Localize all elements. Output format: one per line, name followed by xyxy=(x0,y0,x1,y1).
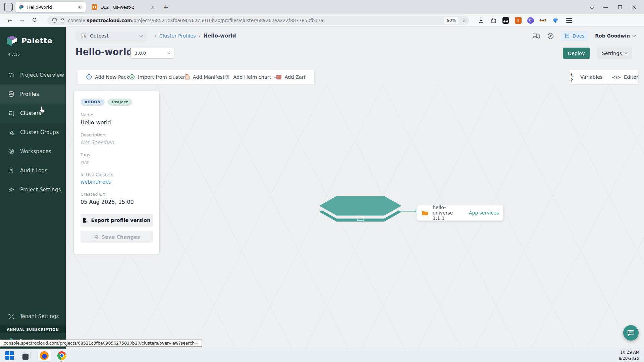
sidebar-item-audit-logs[interactable]: Audit Logs xyxy=(0,161,66,180)
settings-button[interactable]: Settings xyxy=(597,48,632,59)
taskbar-firefox-button[interactable] xyxy=(38,350,51,361)
export-profile-version-button[interactable]: Export profile version xyxy=(80,214,153,227)
sidebar: Palette 4.7.15 Project Overview Profiles… xyxy=(0,27,66,349)
window-close-button[interactable]: × xyxy=(632,4,637,10)
tab-close-icon[interactable]: × xyxy=(149,4,156,10)
sidebar-item-profiles[interactable]: Profiles xyxy=(0,84,66,104)
task-view-button[interactable] xyxy=(22,352,31,360)
tab-title: EC2 | us-west-2 xyxy=(100,5,149,10)
screen: Hello-world × EC2 | us-west-2 × + — × ← … xyxy=(0,0,644,362)
folder-icon xyxy=(357,215,364,221)
palette-favicon-icon xyxy=(19,4,24,10)
import-from-cluster-button[interactable]: Import from cluster xyxy=(129,74,185,80)
tab-ec2[interactable]: EC2 | us-west-2 × xyxy=(89,2,159,12)
profile-info-card: ADDON Project Name Hello-world Descripti… xyxy=(74,91,159,254)
chat-bubble-icon xyxy=(627,329,635,336)
user-name: Rob Goodwin xyxy=(595,33,630,39)
extensions-puzzle-icon[interactable] xyxy=(490,17,497,24)
description-label: Description xyxy=(80,132,153,137)
shield-icon[interactable] xyxy=(52,18,57,23)
audit-logs-icon xyxy=(8,167,14,174)
url-bar[interactable]: console.spectrocloud.com/projects/68521c… xyxy=(47,16,469,25)
url-text: console.spectrocloud.com/projects/68521c… xyxy=(68,18,444,23)
version-dropdown[interactable]: 1.0.0 xyxy=(130,48,174,59)
taskbar-clock[interactable]: 10:29 AM 8/28/2025 xyxy=(619,350,639,361)
in-use-cluster-link[interactable]: webinar-eks xyxy=(80,179,153,185)
cluster-groups-icon xyxy=(8,129,14,135)
clock-date: 8/28/2025 xyxy=(619,356,639,361)
hexagon-top xyxy=(319,196,401,216)
back-button[interactable]: ← xyxy=(7,17,12,24)
helm-wheel-icon xyxy=(224,74,230,80)
main-content: Outpost / Cluster Profiles / Hello-world… xyxy=(66,27,644,349)
pack-card[interactable]: hello-universe 1.1.1 App services xyxy=(417,205,503,221)
pack-hexagon-node[interactable] xyxy=(319,196,401,227)
sidebar-item-clusters[interactable]: Clusters xyxy=(0,104,66,123)
add-zarf-button[interactable]: Add Zarf xyxy=(276,74,306,80)
palette-brand: Palette xyxy=(0,27,66,47)
save-changes-button[interactable]: Save Changes xyxy=(80,231,153,243)
window-maximize-button[interactable] xyxy=(618,5,622,9)
new-tab-button[interactable]: + xyxy=(163,3,169,11)
subscription-band: ANNUAL SUBSCRIPTION xyxy=(0,325,66,333)
browser-tab-bar: Hello-world × EC2 | us-west-2 × + — × xyxy=(0,0,644,14)
description-value: Not Specified xyxy=(80,139,153,145)
deploy-button[interactable]: Deploy xyxy=(563,48,590,59)
browser-menu-icon[interactable] xyxy=(566,18,572,23)
taskbar-chrome-button[interactable] xyxy=(57,351,66,360)
bookmark-star-icon[interactable]: ☆ xyxy=(462,17,466,23)
extension-gem-icon[interactable] xyxy=(553,18,558,23)
breadcrumb-cluster-profiles[interactable]: Cluster Profiles xyxy=(159,33,196,39)
docs-button[interactable]: Docs xyxy=(561,31,589,41)
variables-button[interactable]: { } Variables xyxy=(570,72,603,82)
app-version: 4.7.15 xyxy=(8,52,66,57)
support-chat-button[interactable] xyxy=(623,325,639,341)
chrome-icon xyxy=(57,351,66,360)
project-selector[interactable]: Outpost xyxy=(77,31,146,41)
manifest-file-icon xyxy=(185,74,190,80)
book-icon xyxy=(565,33,570,39)
project-chart-icon xyxy=(81,33,87,39)
add-helm-chart-button[interactable]: Add Helm chart xyxy=(224,74,276,80)
tags-value: n/a xyxy=(80,159,153,165)
editor-button[interactable]: </> Editor xyxy=(612,74,638,80)
profiles-stack-icon xyxy=(8,91,14,97)
user-menu[interactable]: Rob Goodwin xyxy=(595,33,635,39)
sidebar-item-tenant-settings[interactable]: Tenant Settings xyxy=(0,307,66,325)
lock-icon[interactable] xyxy=(60,18,65,23)
aws-extension-icon[interactable]: aws xyxy=(539,18,546,22)
help-compass-icon[interactable] xyxy=(547,33,554,40)
add-new-pack-button[interactable]: Add New Pack xyxy=(86,74,129,80)
reload-button[interactable] xyxy=(32,17,37,24)
tab-hello-world[interactable]: Hello-world × xyxy=(15,2,86,12)
tab-title: Hello-world xyxy=(27,5,76,10)
profile-canvas: ADDON Project Name Hello-world Descripti… xyxy=(66,84,644,349)
profile-name-value: Hello-world xyxy=(80,119,153,126)
extension-dark-icon[interactable] xyxy=(502,17,509,24)
overview-chart-icon xyxy=(8,72,14,78)
chevron-down-icon xyxy=(140,34,143,37)
tab-list-chevron-icon[interactable] xyxy=(590,5,594,9)
extension-purple-icon[interactable]: C xyxy=(527,17,534,24)
editor-toolbar: { } Variables </> Editor xyxy=(570,70,638,84)
downloads-icon[interactable] xyxy=(477,17,485,24)
start-button[interactable] xyxy=(5,351,14,360)
feedback-chat-icon[interactable] xyxy=(532,33,540,40)
window-minimize-button[interactable]: — xyxy=(603,4,608,10)
sidebar-item-workspaces[interactable]: Workspaces xyxy=(0,142,66,161)
tab-actions-icon[interactable] xyxy=(4,3,13,11)
gear-icon xyxy=(8,186,14,193)
extension-orange-icon[interactable]: I xyxy=(515,17,522,24)
sidebar-item-project-overview[interactable]: Project Overview xyxy=(0,65,66,84)
brand-name: Palette xyxy=(21,37,52,45)
forward-button[interactable]: → xyxy=(19,17,24,24)
add-manifest-button[interactable]: Add Manifest xyxy=(185,74,225,80)
tab-close-icon[interactable]: × xyxy=(76,4,83,10)
circle-download-icon xyxy=(129,74,135,80)
app-services-link[interactable]: App services xyxy=(469,210,499,216)
tags-label: Tags xyxy=(80,152,153,157)
sidebar-item-cluster-groups[interactable]: Cluster Groups xyxy=(0,123,66,142)
circle-plus-icon xyxy=(86,74,92,80)
sidebar-item-project-settings[interactable]: Project Settings xyxy=(0,180,66,199)
zoom-level-badge[interactable]: 90% xyxy=(444,17,459,24)
